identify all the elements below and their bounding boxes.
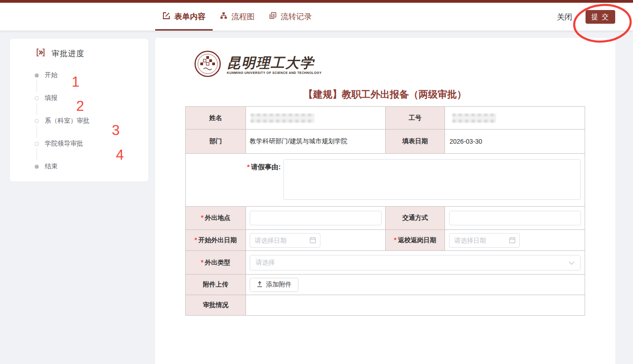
calendar-icon bbox=[309, 237, 316, 245]
attachment-label: 附件上传 bbox=[186, 275, 246, 295]
out-type-label: *外出类型 bbox=[186, 251, 246, 275]
name-value-redacted bbox=[251, 114, 314, 123]
step-label: 开始 bbox=[45, 71, 58, 79]
step-label: 结束 bbox=[45, 162, 58, 171]
approval-progress-panel: 审批进度 开始 填报 系（科室）审批 学院领导审批 结束 bbox=[10, 39, 148, 182]
start-date-label: *开始外出日期 bbox=[186, 230, 246, 251]
step-connector bbox=[37, 80, 37, 92]
table-row: *开始外出日期 *返校返岗日期 bbox=[186, 230, 585, 251]
tab-form-content[interactable]: 表单内容 bbox=[155, 3, 213, 31]
tab-flowchart[interactable]: 流程图 bbox=[213, 3, 262, 31]
step-label: 填报 bbox=[45, 94, 58, 102]
step-connector bbox=[37, 125, 37, 138]
tab-label: 流程图 bbox=[231, 11, 255, 22]
step-start: 开始 bbox=[35, 72, 58, 79]
transport-label: 交通方式 bbox=[386, 207, 445, 230]
top-accent-bar bbox=[0, 0, 633, 3]
table-row: *外出地点 交通方式 bbox=[186, 207, 585, 230]
header: 表单内容 流程图 流转记录 关闭 提 交 bbox=[0, 0, 633, 31]
reason-textarea[interactable] bbox=[283, 159, 581, 200]
return-date-picker[interactable] bbox=[449, 233, 520, 248]
tab-label: 表单内容 bbox=[174, 11, 205, 22]
form-panel: 昆明理工大学 KUNMING UNIVERSITY OF SCIENCE AND… bbox=[155, 38, 615, 364]
required-mark: * bbox=[194, 236, 197, 244]
step-connector bbox=[37, 103, 37, 115]
table-row: 姓名 工号 bbox=[186, 107, 585, 130]
transport-input[interactable] bbox=[449, 211, 581, 225]
add-attachment-label: 添加附件 bbox=[266, 281, 292, 289]
reason-label: *请假事由: bbox=[186, 163, 283, 172]
out-type-placeholder: 请选择 bbox=[256, 259, 275, 267]
table-row: 附件上传 添加附件 bbox=[186, 275, 585, 295]
step-label: 学院领导审批 bbox=[45, 140, 83, 148]
university-name-cn: 昆明理工大学 bbox=[227, 55, 322, 70]
approval-status-label: 审批情况 bbox=[186, 295, 246, 316]
fill-date-value: 2026-03-30 bbox=[445, 130, 585, 154]
form-table: 姓名 工号 部门 教学科研部门/建筑与城市规划学院 填表日期 2026-03-3… bbox=[185, 106, 585, 316]
department-label: 部门 bbox=[186, 130, 246, 154]
chevron-down-icon bbox=[569, 259, 575, 266]
step-dot-filled bbox=[35, 165, 39, 169]
step-connector bbox=[37, 148, 37, 161]
required-mark: * bbox=[201, 259, 203, 266]
add-attachment-button[interactable]: 添加附件 bbox=[250, 278, 298, 292]
step-department-approval: 系（科室）审批 bbox=[35, 117, 89, 125]
required-mark: * bbox=[394, 236, 396, 244]
records-icon bbox=[269, 12, 277, 21]
return-date-label: *返校返岗日期 bbox=[386, 230, 445, 251]
employee-id-label: 工号 bbox=[386, 107, 445, 130]
table-row: *请假事由: bbox=[186, 154, 585, 207]
step-dot-hollow bbox=[35, 142, 39, 146]
upload-icon bbox=[256, 281, 263, 289]
step-label: 系（科室）审批 bbox=[45, 117, 89, 125]
page: 表单内容 流程图 流转记录 关闭 提 交 1 2 3 4 bbox=[0, 0, 633, 364]
form-title: 【建规】教职工外出报备（两级审批） bbox=[185, 88, 585, 101]
start-date-picker[interactable] bbox=[250, 233, 320, 248]
progress-icon bbox=[36, 47, 46, 59]
step-fill-in: 填报 bbox=[35, 94, 58, 102]
flowchart-icon bbox=[220, 12, 227, 21]
approval-progress-title: 审批进度 bbox=[52, 48, 84, 59]
department-value: 教学科研部门/建筑与城市规划学院 bbox=[246, 130, 386, 154]
name-label: 姓名 bbox=[186, 107, 246, 130]
close-button[interactable]: 关闭 bbox=[557, 12, 572, 22]
out-type-select[interactable]: 请选择 bbox=[250, 255, 581, 270]
approval-progress-header: 审批进度 bbox=[36, 47, 84, 59]
edit-icon bbox=[162, 12, 170, 22]
calendar-icon bbox=[509, 237, 516, 245]
step-end: 结束 bbox=[35, 163, 58, 170]
destination-input[interactable] bbox=[250, 211, 382, 225]
submit-button[interactable]: 提 交 bbox=[586, 10, 615, 24]
employee-id-value-redacted bbox=[452, 114, 496, 123]
step-college-leader-approval: 学院领导审批 bbox=[35, 140, 83, 147]
table-row: 部门 教学科研部门/建筑与城市规划学院 填表日期 2026-03-30 bbox=[186, 130, 585, 154]
step-dot-hollow bbox=[35, 96, 39, 100]
university-name-en: KUNMING UNIVERSITY OF SCIENCE AND TECHNO… bbox=[227, 71, 322, 74]
university-logo: 昆明理工大学 KUNMING UNIVERSITY OF SCIENCE AND… bbox=[194, 50, 322, 79]
required-mark: * bbox=[201, 214, 203, 221]
table-row: 审批情况 bbox=[186, 295, 585, 316]
approval-status-value bbox=[246, 295, 585, 316]
required-mark: * bbox=[247, 163, 250, 171]
tab-label: 流转记录 bbox=[281, 11, 312, 22]
step-dot-filled bbox=[35, 73, 39, 78]
tab-records[interactable]: 流转记录 bbox=[262, 3, 319, 31]
table-row: *外出类型 请选择 bbox=[186, 251, 585, 275]
step-dot-hollow bbox=[35, 119, 39, 123]
destination-label: *外出地点 bbox=[186, 207, 246, 230]
tab-bar: 表单内容 流程图 流转记录 bbox=[155, 3, 319, 31]
fill-date-label: 填表日期 bbox=[386, 130, 445, 154]
university-seal-icon bbox=[194, 50, 221, 79]
